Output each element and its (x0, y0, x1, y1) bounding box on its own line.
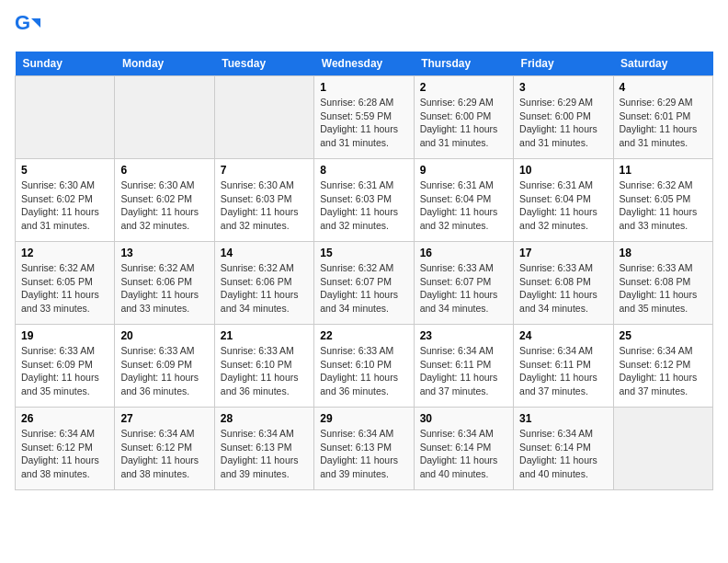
day-number: 27 (120, 412, 208, 425)
day-number: 2 (420, 81, 507, 94)
day-info: Sunrise: 6:33 AMSunset: 6:09 PMDaylight:… (21, 344, 108, 398)
calendar-cell: 15Sunrise: 6:32 AMSunset: 6:07 PMDayligh… (314, 242, 414, 325)
day-number: 28 (221, 412, 308, 425)
calendar-cell: 31Sunrise: 6:34 AMSunset: 6:14 PMDayligh… (514, 408, 613, 490)
calendar-week-1: 1Sunrise: 6:28 AMSunset: 5:59 PMDaylight… (16, 76, 713, 159)
day-info: Sunrise: 6:33 AMSunset: 6:09 PMDaylight:… (120, 344, 208, 398)
day-info: Sunrise: 6:34 AMSunset: 6:13 PMDaylight:… (320, 427, 407, 481)
day-number: 3 (519, 81, 607, 94)
weekday-header-friday: Friday (514, 52, 613, 76)
day-number: 13 (120, 247, 208, 259)
logo: G (15, 15, 44, 40)
calendar-cell: 10Sunrise: 6:31 AMSunset: 6:04 PMDayligh… (514, 159, 613, 242)
weekday-header-tuesday: Tuesday (214, 52, 313, 76)
calendar-cell (613, 408, 712, 490)
calendar-cell: 7Sunrise: 6:30 AMSunset: 6:03 PMDaylight… (214, 159, 313, 242)
calendar-week-2: 5Sunrise: 6:30 AMSunset: 6:02 PMDaylight… (16, 159, 713, 242)
day-info: Sunrise: 6:31 AMSunset: 6:04 PMDaylight:… (519, 178, 607, 233)
day-info: Sunrise: 6:34 AMSunset: 6:14 PMDaylight:… (420, 427, 507, 481)
day-info: Sunrise: 6:31 AMSunset: 6:03 PMDaylight:… (320, 178, 407, 233)
day-info: Sunrise: 6:34 AMSunset: 6:12 PMDaylight:… (620, 344, 707, 398)
day-number: 17 (519, 247, 607, 259)
day-number: 21 (221, 329, 308, 342)
calendar-cell: 30Sunrise: 6:34 AMSunset: 6:14 PMDayligh… (414, 408, 513, 490)
calendar-cell: 17Sunrise: 6:33 AMSunset: 6:08 PMDayligh… (514, 242, 613, 325)
page-header: G (15, 15, 713, 40)
day-number: 18 (620, 247, 707, 259)
calendar-cell (214, 76, 313, 159)
day-number: 31 (519, 412, 607, 425)
weekday-header-wednesday: Wednesday (314, 52, 414, 76)
calendar-cell: 6Sunrise: 6:30 AMSunset: 6:02 PMDaylight… (115, 159, 214, 242)
calendar-cell: 18Sunrise: 6:33 AMSunset: 6:08 PMDayligh… (613, 242, 712, 325)
day-info: Sunrise: 6:28 AMSunset: 5:59 PMDaylight:… (320, 96, 407, 150)
calendar-cell: 21Sunrise: 6:33 AMSunset: 6:10 PMDayligh… (214, 325, 313, 408)
day-number: 4 (620, 81, 707, 94)
calendar-table: SundayMondayTuesdayWednesdayThursdayFrid… (15, 52, 713, 490)
day-info: Sunrise: 6:31 AMSunset: 6:04 PMDaylight:… (420, 178, 507, 233)
logo-icon: G (15, 15, 40, 40)
calendar-cell: 19Sunrise: 6:33 AMSunset: 6:09 PMDayligh… (16, 325, 115, 408)
calendar-cell: 20Sunrise: 6:33 AMSunset: 6:09 PMDayligh… (115, 325, 214, 408)
calendar-cell: 14Sunrise: 6:32 AMSunset: 6:06 PMDayligh… (214, 242, 313, 325)
day-number: 25 (620, 329, 707, 342)
day-number: 16 (420, 247, 507, 259)
day-number: 7 (221, 164, 308, 177)
calendar-cell: 12Sunrise: 6:32 AMSunset: 6:05 PMDayligh… (16, 242, 115, 325)
day-info: Sunrise: 6:34 AMSunset: 6:12 PMDaylight:… (21, 427, 108, 481)
day-number: 12 (21, 247, 108, 259)
day-info: Sunrise: 6:34 AMSunset: 6:12 PMDaylight:… (120, 427, 208, 481)
day-number: 6 (120, 164, 208, 177)
day-info: Sunrise: 6:32 AMSunset: 6:06 PMDaylight:… (221, 261, 308, 316)
day-number: 24 (519, 329, 607, 342)
day-number: 29 (320, 412, 407, 425)
day-info: Sunrise: 6:32 AMSunset: 6:06 PMDaylight:… (120, 261, 208, 316)
calendar-cell: 27Sunrise: 6:34 AMSunset: 6:12 PMDayligh… (115, 408, 214, 490)
calendar-week-4: 19Sunrise: 6:33 AMSunset: 6:09 PMDayligh… (16, 325, 713, 408)
day-info: Sunrise: 6:34 AMSunset: 6:11 PMDaylight:… (519, 344, 607, 398)
calendar-cell: 26Sunrise: 6:34 AMSunset: 6:12 PMDayligh… (16, 408, 115, 490)
svg-marker-1 (31, 18, 40, 28)
calendar-cell: 23Sunrise: 6:34 AMSunset: 6:11 PMDayligh… (414, 325, 513, 408)
calendar-cell: 3Sunrise: 6:29 AMSunset: 6:00 PMDaylight… (514, 76, 613, 159)
day-number: 9 (420, 164, 507, 177)
calendar-body: 1Sunrise: 6:28 AMSunset: 5:59 PMDaylight… (16, 76, 713, 490)
weekday-header-saturday: Saturday (613, 52, 712, 76)
day-number: 26 (21, 412, 108, 425)
calendar-cell: 2Sunrise: 6:29 AMSunset: 6:00 PMDaylight… (414, 76, 513, 159)
day-number: 20 (120, 329, 208, 342)
day-number: 23 (420, 329, 507, 342)
day-number: 10 (519, 164, 607, 177)
day-number: 8 (320, 164, 407, 177)
calendar-cell: 11Sunrise: 6:32 AMSunset: 6:05 PMDayligh… (613, 159, 712, 242)
day-info: Sunrise: 6:33 AMSunset: 6:08 PMDaylight:… (519, 261, 607, 316)
calendar-cell: 9Sunrise: 6:31 AMSunset: 6:04 PMDaylight… (414, 159, 513, 242)
svg-text:G: G (15, 15, 30, 34)
day-info: Sunrise: 6:34 AMSunset: 6:13 PMDaylight:… (221, 427, 308, 481)
calendar-cell: 29Sunrise: 6:34 AMSunset: 6:13 PMDayligh… (314, 408, 414, 490)
calendar-cell: 16Sunrise: 6:33 AMSunset: 6:07 PMDayligh… (414, 242, 513, 325)
day-number: 5 (21, 164, 108, 177)
day-info: Sunrise: 6:33 AMSunset: 6:10 PMDaylight:… (320, 344, 407, 398)
day-info: Sunrise: 6:32 AMSunset: 6:07 PMDaylight:… (320, 261, 407, 316)
calendar-cell: 22Sunrise: 6:33 AMSunset: 6:10 PMDayligh… (314, 325, 414, 408)
calendar-cell: 1Sunrise: 6:28 AMSunset: 5:59 PMDaylight… (314, 76, 414, 159)
calendar-cell: 24Sunrise: 6:34 AMSunset: 6:11 PMDayligh… (514, 325, 613, 408)
calendar-cell: 5Sunrise: 6:30 AMSunset: 6:02 PMDaylight… (16, 159, 115, 242)
day-number: 1 (320, 81, 407, 94)
day-info: Sunrise: 6:32 AMSunset: 6:05 PMDaylight:… (620, 178, 707, 233)
day-info: Sunrise: 6:34 AMSunset: 6:14 PMDaylight:… (519, 427, 607, 481)
day-info: Sunrise: 6:29 AMSunset: 6:00 PMDaylight:… (420, 96, 507, 150)
weekday-header-monday: Monday (115, 52, 214, 76)
day-number: 22 (320, 329, 407, 342)
weekday-header-thursday: Thursday (414, 52, 513, 76)
day-info: Sunrise: 6:33 AMSunset: 6:10 PMDaylight:… (221, 344, 308, 398)
calendar-cell: 8Sunrise: 6:31 AMSunset: 6:03 PMDaylight… (314, 159, 414, 242)
calendar-cell: 28Sunrise: 6:34 AMSunset: 6:13 PMDayligh… (214, 408, 313, 490)
calendar-cell: 25Sunrise: 6:34 AMSunset: 6:12 PMDayligh… (613, 325, 712, 408)
day-number: 14 (221, 247, 308, 259)
weekday-header-sunday: Sunday (16, 52, 115, 76)
day-info: Sunrise: 6:30 AMSunset: 6:02 PMDaylight:… (120, 178, 208, 233)
day-info: Sunrise: 6:34 AMSunset: 6:11 PMDaylight:… (420, 344, 507, 398)
day-info: Sunrise: 6:30 AMSunset: 6:03 PMDaylight:… (221, 178, 308, 233)
